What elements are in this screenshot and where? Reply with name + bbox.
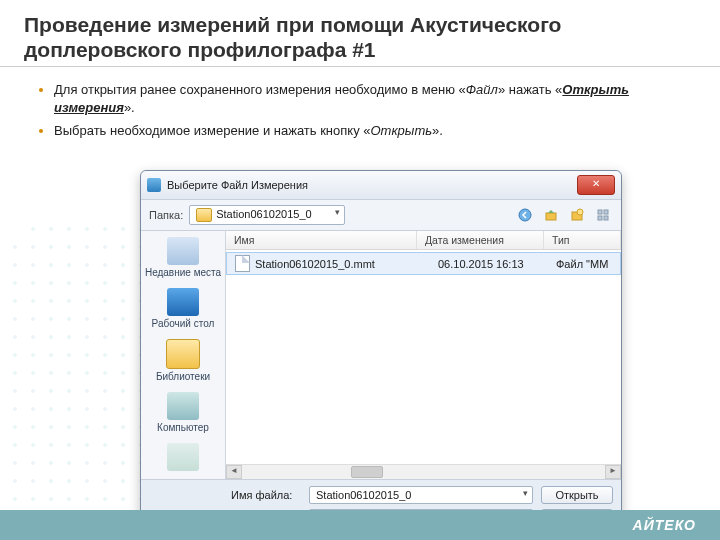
company-logo: АЙТЕКО	[633, 517, 696, 533]
bullet-1: Для открытия ранее сохраненного измерени…	[54, 81, 684, 116]
desktop-icon	[167, 288, 199, 316]
dialog-title: Выберите Файл Измерения	[167, 179, 308, 191]
view-menu-button[interactable]	[593, 205, 613, 225]
svg-point-0	[519, 209, 531, 221]
folder-combo[interactable]: Station06102015_0	[189, 205, 345, 225]
filename-label: Имя файла:	[231, 489, 301, 501]
places-bar: Недавние места Рабочий стол Библиотеки К…	[141, 231, 226, 479]
file-row[interactable]: Station06102015_0.mmt 06.10.2015 16:13 Ф…	[226, 252, 621, 275]
place-libraries[interactable]: Библиотеки	[143, 339, 223, 382]
col-type-header[interactable]: Тип	[544, 231, 621, 249]
col-name-header[interactable]: Имя	[226, 231, 417, 249]
close-button[interactable]: ✕	[577, 175, 615, 195]
svg-point-3	[577, 209, 583, 215]
scroll-thumb[interactable]	[351, 466, 383, 478]
folder-icon	[196, 208, 212, 222]
place-desktop[interactable]: Рабочий стол	[143, 288, 223, 329]
svg-rect-7	[604, 216, 608, 220]
slide-footer: АЙТЕКО	[0, 510, 720, 540]
bullet-2: Выбрать необходимое измерение и нажать к…	[54, 122, 684, 140]
file-list-area: Имя Дата изменения Тип Station06102015_0…	[226, 231, 621, 479]
dialog-toolbar: Папка: Station06102015_0	[141, 200, 621, 231]
place-network[interactable]	[143, 443, 223, 473]
scroll-left-arrow[interactable]: ◄	[226, 465, 242, 479]
computer-icon	[167, 392, 199, 420]
slide-content: Для открытия ранее сохраненного измерени…	[0, 67, 720, 140]
open-button[interactable]: Открыть	[541, 486, 613, 504]
new-folder-button[interactable]	[567, 205, 587, 225]
file-list-header: Имя Дата изменения Тип	[226, 231, 621, 250]
network-icon	[167, 443, 199, 471]
slide-title: Проведение измерений при помощи Акустиче…	[0, 0, 720, 67]
place-recent[interactable]: Недавние места	[143, 237, 223, 278]
recent-icon	[167, 237, 199, 265]
svg-rect-5	[604, 210, 608, 214]
col-date-header[interactable]: Дата изменения	[417, 231, 544, 249]
file-open-dialog: Выберите Файл Измерения ✕ Папка: Station…	[140, 170, 622, 536]
filename-input[interactable]: Station06102015_0	[309, 486, 533, 504]
dialog-titlebar[interactable]: Выберите Файл Измерения ✕	[141, 171, 621, 200]
back-button[interactable]	[515, 205, 535, 225]
file-icon	[235, 255, 250, 272]
place-computer[interactable]: Компьютер	[143, 392, 223, 433]
folder-label: Папка:	[149, 209, 183, 221]
svg-rect-4	[598, 210, 602, 214]
horizontal-scrollbar[interactable]: ◄ ►	[226, 464, 621, 479]
app-icon	[147, 178, 161, 192]
svg-rect-6	[598, 216, 602, 220]
up-folder-button[interactable]	[541, 205, 561, 225]
libraries-icon	[166, 339, 200, 369]
svg-rect-1	[546, 213, 556, 220]
scroll-right-arrow[interactable]: ►	[605, 465, 621, 479]
